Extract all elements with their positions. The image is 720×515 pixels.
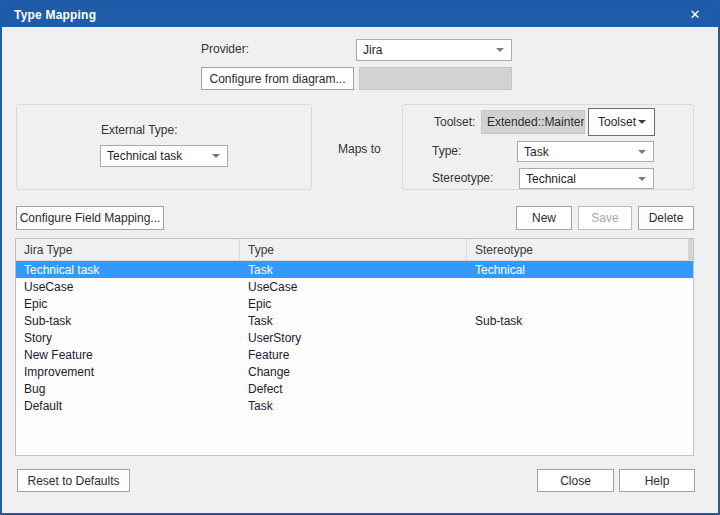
title-bar: Type Mapping ✕ [2, 2, 718, 27]
cell-jira-type: Sub-task [16, 312, 240, 329]
cell-type: Epic [240, 295, 467, 312]
chevron-down-icon [212, 154, 220, 158]
table-row[interactable]: New Feature Feature [16, 346, 693, 363]
configure-from-diagram-button[interactable]: Configure from diagram... [201, 67, 354, 90]
type-mapping-dialog: Type Mapping ✕ Provider: Jira Configure … [0, 0, 720, 515]
stereotype-select-value: Technical [526, 172, 576, 186]
chevron-down-icon [496, 48, 504, 52]
cell-stereotype [467, 278, 693, 295]
chevron-down-icon [638, 150, 646, 154]
table-row[interactable]: Epic Epic [16, 295, 693, 312]
mapping-table-header: Jira Type Type Stereotype [16, 239, 693, 261]
type-select[interactable]: Task [517, 141, 654, 162]
table-row[interactable]: Story UserStory [16, 329, 693, 346]
chevron-down-icon [638, 177, 646, 181]
reset-to-defaults-button[interactable]: Reset to Defaults [17, 469, 130, 492]
cell-jira-type: Default [16, 397, 240, 414]
provider-label: Provider: [201, 42, 249, 56]
table-row[interactable]: Technical task Task Technical [16, 261, 693, 278]
cell-jira-type: New Feature [16, 346, 240, 363]
cell-type: UserStory [240, 329, 467, 346]
cell-type: Task [240, 312, 467, 329]
cell-stereotype: Technical [467, 261, 693, 278]
cell-type: UseCase [240, 278, 467, 295]
column-header-type[interactable]: Type [240, 239, 467, 260]
save-button[interactable]: Save [578, 206, 632, 230]
external-type-select[interactable]: Technical task [100, 145, 228, 167]
cell-jira-type: Improvement [16, 363, 240, 380]
help-button[interactable]: Help [619, 469, 695, 492]
external-type-label: External Type: [101, 123, 178, 137]
new-button[interactable]: New [516, 206, 572, 230]
delete-button[interactable]: Delete [638, 206, 694, 230]
maps-to-label: Maps to [338, 142, 381, 156]
table-row[interactable]: Default Task [16, 397, 693, 414]
cell-jira-type: Story [16, 329, 240, 346]
cell-jira-type: UseCase [16, 278, 240, 295]
dialog-title: Type Mapping [14, 8, 96, 22]
external-type-select-value: Technical task [107, 149, 182, 163]
column-header-stereotype[interactable]: Stereotype [467, 239, 693, 260]
header-gutter [688, 239, 692, 260]
table-row[interactable]: UseCase UseCase [16, 278, 693, 295]
table-row[interactable]: Bug Defect [16, 380, 693, 397]
cell-stereotype [467, 346, 693, 363]
provider-select[interactable]: Jira [356, 39, 512, 61]
toolset-dropdown-button[interactable]: Toolset [588, 108, 655, 136]
type-label: Type: [432, 144, 461, 158]
toolset-label: Toolset: [434, 115, 475, 129]
chevron-down-icon [638, 120, 646, 124]
close-icon[interactable]: ✕ [684, 7, 706, 22]
provider-select-value: Jira [363, 43, 382, 57]
cell-type: Change [240, 363, 467, 380]
stereotype-label: Stereotype: [432, 171, 493, 185]
toolset-dropdown-label: Toolset [598, 115, 636, 129]
mapping-table-body: Technical task Task Technical UseCase Us… [16, 261, 693, 414]
cell-type: Task [240, 261, 467, 278]
table-row[interactable]: Sub-task Task Sub-task [16, 312, 693, 329]
cell-stereotype [467, 295, 693, 312]
cell-jira-type: Bug [16, 380, 240, 397]
type-select-value: Task [524, 145, 549, 159]
cell-stereotype [467, 363, 693, 380]
mapping-table: Jira Type Type Stereotype Technical task… [15, 238, 694, 456]
column-header-jira-type[interactable]: Jira Type [16, 239, 240, 260]
cell-type: Defect [240, 380, 467, 397]
close-button[interactable]: Close [537, 469, 614, 492]
toolset-field: Extended::Maintena [481, 110, 585, 134]
cell-type: Task [240, 397, 467, 414]
cell-stereotype [467, 380, 693, 397]
cell-stereotype: Sub-task [467, 312, 693, 329]
cell-stereotype [467, 329, 693, 346]
cell-jira-type: Epic [16, 295, 240, 312]
cell-type: Feature [240, 346, 467, 363]
table-row[interactable]: Improvement Change [16, 363, 693, 380]
stereotype-select[interactable]: Technical [519, 168, 654, 189]
cell-stereotype [467, 397, 693, 414]
diagram-field [359, 67, 512, 90]
cell-jira-type: Technical task [16, 261, 240, 278]
configure-field-mapping-button[interactable]: Configure Field Mapping... [16, 206, 164, 230]
